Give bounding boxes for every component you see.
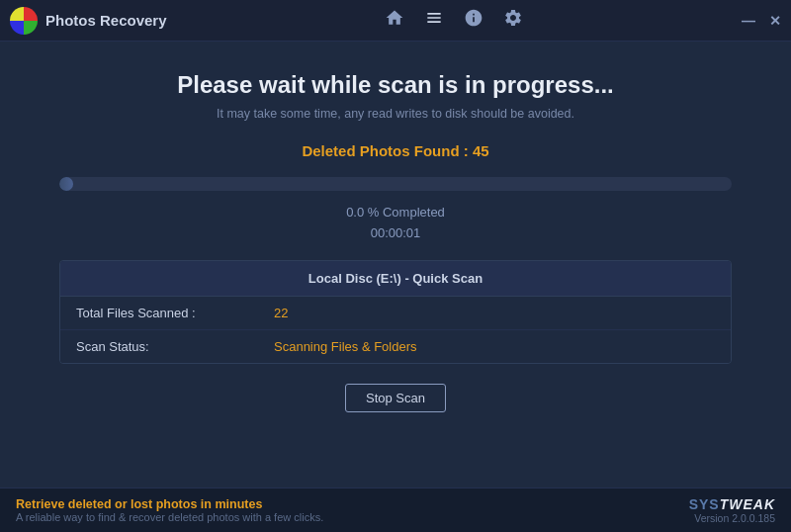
settings-icon[interactable] xyxy=(503,8,523,33)
home-icon[interactable] xyxy=(385,8,404,33)
footer-left: Retrieve deleted or lost photos in minut… xyxy=(16,497,323,523)
footer-tagline: Retrieve deleted or lost photos in minut… xyxy=(16,497,323,511)
progress-bar xyxy=(59,177,732,191)
scan-status-label: Scan Status: xyxy=(76,339,274,354)
minimize-button[interactable]: — xyxy=(742,13,755,29)
brand-sys: SYS xyxy=(689,496,720,512)
progress-time: 00:00:01 xyxy=(371,225,421,240)
title-right: — ✕ xyxy=(742,13,781,29)
scan-title: Please wait while scan is in progress... xyxy=(177,71,614,99)
title-left: Photos Recovery xyxy=(10,7,167,35)
scan-subtitle: It may take some time, any read writes t… xyxy=(217,107,574,121)
scan-status-value: Scanning Files & Folders xyxy=(274,339,417,354)
systweak-logo: SYSTWEAK xyxy=(689,496,775,512)
footer-right: SYSTWEAK Version 2.0.0.185 xyxy=(689,496,775,524)
progress-percent: 0.0 % Completed xyxy=(346,205,445,220)
deleted-photos-count: Deleted Photos Found : 45 xyxy=(302,142,488,159)
scan-results-icon[interactable] xyxy=(424,8,444,33)
total-files-label: Total Files Scanned : xyxy=(76,306,274,320)
progress-bar-fill xyxy=(59,177,73,191)
footer-subtitle: A reliable way to find & recover deleted… xyxy=(16,511,323,523)
table-row: Scan Status: Scanning Files & Folders xyxy=(60,330,731,363)
version-text: Version 2.0.0.185 xyxy=(689,512,775,524)
info-icon[interactable] xyxy=(464,8,483,33)
stop-scan-button[interactable]: Stop Scan xyxy=(345,384,446,412)
scan-table-header: Local Disc (E:\) - Quick Scan xyxy=(60,261,731,297)
title-center xyxy=(385,8,523,33)
scan-info-table: Local Disc (E:\) - Quick Scan Total File… xyxy=(59,260,732,364)
title-bar: Photos Recovery — ✕ xyxy=(0,0,791,42)
brand-tweak: TWEAK xyxy=(720,496,775,512)
app-logo xyxy=(10,7,38,35)
close-button[interactable]: ✕ xyxy=(769,13,781,29)
app-title: Photos Recovery xyxy=(45,12,167,29)
footer: Retrieve deleted or lost photos in minut… xyxy=(0,488,791,532)
table-row: Total Files Scanned : 22 xyxy=(60,297,731,330)
main-content: Please wait while scan is in progress...… xyxy=(0,42,791,488)
total-files-value: 22 xyxy=(274,306,288,320)
